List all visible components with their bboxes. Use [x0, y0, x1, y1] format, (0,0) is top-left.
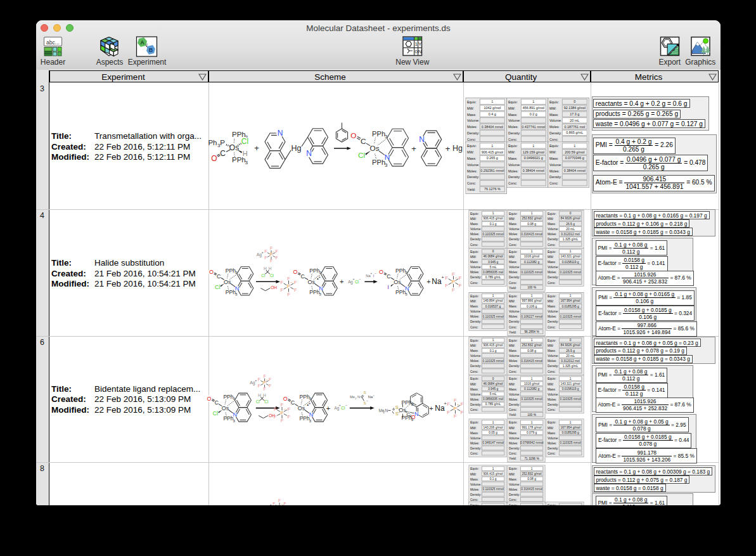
svg-text:Equiv:: Equiv: [470, 467, 479, 470]
svg-text:26.5 g: 26.5 g [566, 349, 575, 352]
svg-text:+: + [262, 250, 264, 254]
svg-text:Mass:: Mass: [508, 113, 517, 117]
svg-text:Volume:: Volume: [509, 266, 520, 269]
svg-text:906.415 g/mol: 906.415 g/mol [484, 472, 503, 475]
svg-text:Cl: Cl [241, 137, 248, 146]
svg-text:Volume:: Volume: [548, 266, 559, 269]
svg-text:Equiv:: Equiv: [509, 467, 518, 470]
svg-text:0.865 g/mL: 0.865 g/mL [566, 131, 583, 134]
svg-text:O: O [293, 269, 297, 275]
svg-text:Equiv:: Equiv: [467, 100, 477, 104]
svg-text:F: F [459, 275, 462, 281]
svg-text:1: 1 [531, 250, 533, 253]
svg-text:0.0496021 g: 0.0496021 g [524, 156, 543, 160]
svg-text:C: C [215, 399, 219, 406]
svg-text:–: – [345, 403, 347, 407]
svg-text:Moles:: Moles: [470, 442, 479, 445]
svg-text:F: F [445, 283, 448, 288]
svg-text:0.312012 mol: 0.312012 mol [561, 359, 580, 363]
svg-text:F: F [272, 501, 275, 505]
svg-text:Mass:: Mass: [549, 157, 558, 160]
svg-text:MW:: MW: [470, 344, 477, 347]
svg-text:Ph: Ph [208, 139, 217, 146]
svg-text:Volume:: Volume: [470, 310, 482, 313]
svg-text:1: 1 [492, 467, 494, 470]
svg-text:Conc:: Conc: [548, 408, 556, 411]
svg-text:Conc:: Conc: [467, 138, 476, 141]
svg-text:S: S [363, 390, 366, 394]
svg-text:0.05 g: 0.05 g [489, 431, 497, 434]
svg-text:Yield:: Yield: [509, 457, 516, 460]
svg-text:Mass:: Mass: [470, 349, 478, 352]
svg-text:+: + [441, 275, 444, 280]
svg-text:143.321 g/mol: 143.321 g/mol [561, 255, 580, 258]
svg-text:Equiv:: Equiv: [470, 339, 479, 342]
svg-text:Moles:: Moles: [548, 398, 556, 401]
svg-text:F: F [276, 249, 278, 254]
svg-text:Density:: Density: [509, 493, 520, 496]
svg-text:N: N [419, 135, 425, 144]
svg-text:Volume:: Volume: [470, 393, 482, 396]
svg-text:0.38404 mmol: 0.38404 mmol [482, 125, 503, 129]
svg-text:Equiv:: Equiv: [509, 339, 518, 342]
svg-text:3: 3 [319, 270, 322, 275]
svg-text:Os: Os [222, 405, 229, 411]
svg-text:F: F [258, 377, 260, 382]
svg-text:Density:: Density: [467, 131, 479, 135]
svg-text:252.832 g/mol: 252.832 g/mol [522, 344, 542, 347]
svg-text:–: – [266, 378, 268, 382]
svg-text:Equiv:: Equiv: [509, 295, 518, 298]
svg-text:906.415 g/mol: 906.415 g/mol [484, 344, 503, 347]
svg-text:Cl: Cl [355, 280, 359, 284]
svg-text:3: 3 [309, 396, 312, 401]
svg-text:O: O [379, 269, 383, 275]
svg-text:20 mL: 20 mL [570, 119, 579, 122]
svg-text:Equiv:: Equiv: [509, 250, 518, 254]
svg-text:N: N [414, 411, 419, 417]
svg-text:Density:: Density: [509, 320, 520, 323]
svg-text:P: P [287, 283, 290, 289]
svg-text:P: P [220, 139, 225, 146]
svg-text:Conc:: Conc: [509, 452, 517, 455]
svg-text:Density:: Density: [548, 320, 559, 323]
svg-text:Volume:: Volume: [467, 119, 479, 122]
svg-text:Moles:: Moles: [509, 359, 518, 363]
svg-text:F: F [274, 406, 277, 412]
svg-text:100 %: 100 % [527, 286, 537, 289]
svg-text:MW:: MW: [508, 107, 515, 110]
svg-text:Os: Os [394, 279, 401, 285]
svg-text:906.415 g/mol: 906.415 g/mol [484, 217, 503, 220]
svg-text:Moles:: Moles: [548, 442, 556, 445]
svg-text:Conc:: Conc: [470, 243, 478, 247]
svg-text:1: 1 [532, 100, 534, 103]
svg-text:0.08 g: 0.08 g [527, 477, 536, 481]
svg-text:H: H [243, 150, 248, 157]
svg-text:C: C [291, 399, 295, 406]
svg-text:Mass:: Mass: [508, 157, 517, 160]
svg-text:Os: Os [298, 405, 305, 411]
svg-text:Hg: Hg [292, 144, 302, 153]
svg-text:1: 1 [531, 339, 533, 342]
svg-text:3.945 g: 3.945 g [488, 261, 499, 264]
svg-text:Equiv:: Equiv: [467, 144, 477, 148]
svg-text:Volume:: Volume: [548, 228, 559, 231]
svg-text:Density:: Density: [508, 175, 520, 179]
svg-text:991.178 g/mol: 991.178 g/mol [522, 426, 542, 429]
svg-text:S: S [363, 401, 366, 405]
svg-text:1: 1 [531, 377, 533, 380]
svg-text:0.110325 mmol: 0.110325 mmol [560, 398, 580, 401]
svg-text:46.0684 g/mol: 46.0684 g/mol [484, 382, 503, 385]
svg-text:MW:: MW: [470, 300, 477, 303]
svg-text:0: 0 [492, 377, 494, 380]
svg-text:Density:: Density: [509, 238, 520, 241]
svg-text:F: F [263, 387, 266, 391]
svg-text:0.0185295 g: 0.0185295 g [561, 431, 579, 434]
svg-text:F: F [294, 280, 297, 285]
svg-text:Mass:: Mass: [509, 305, 517, 308]
svg-text:MW:: MW: [509, 383, 515, 386]
svg-text:–: – [272, 250, 274, 254]
svg-text:MW:: MW: [509, 344, 515, 347]
svg-text:Moles:: Moles: [509, 398, 518, 401]
svg-text:3: 3 [385, 134, 388, 139]
svg-text:Moles:: Moles: [509, 233, 518, 236]
